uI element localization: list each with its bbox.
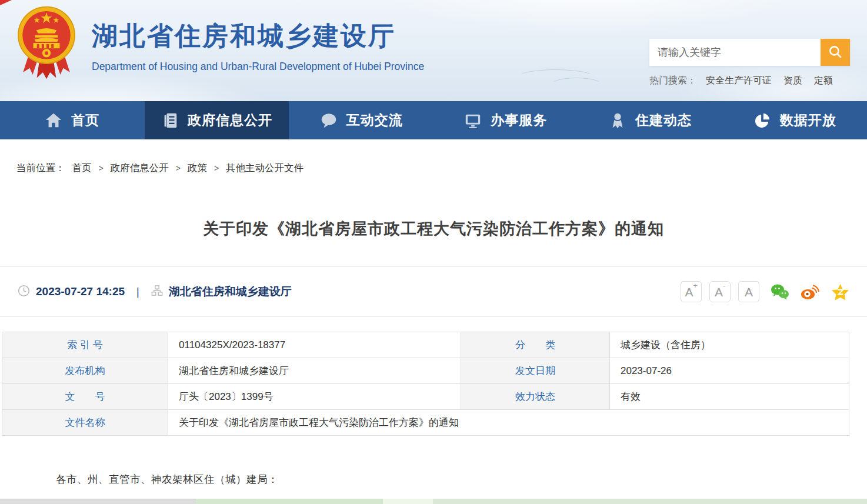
breadcrumb-item-info-disclosure[interactable]: 政府信息公开 [111, 162, 169, 175]
main-nav: 首页 政府信息公开 互动交流 办事服务 住建动态 [0, 101, 867, 139]
breadcrumb-separator: > [176, 163, 181, 173]
index-number-value: 01104325X/2023-18377 [168, 332, 461, 358]
publish-time: 2023-07-27 14:25 [36, 285, 125, 298]
nav-item-label: 政府信息公开 [188, 111, 272, 129]
meta-divider: | [136, 286, 139, 298]
divider [0, 316, 867, 317]
table-row: 文件名称 关于印发《湖北省房屋市政工程大气污染防治工作方案》的通知 [2, 410, 849, 436]
nav-item-interaction[interactable]: 互动交流 [289, 101, 434, 139]
person-badge-icon [609, 112, 626, 129]
publish-source: 湖北省住房和城乡建设厅 [169, 284, 292, 299]
highlight-strip [196, 499, 383, 504]
validity-status-value: 有效 [610, 384, 849, 410]
document-info-table: 索 引 号 01104325X/2023-18377 分 类 城乡建设（含住房）… [2, 332, 849, 436]
site-subtitle: Department of Housing and Urban-Rural De… [92, 61, 424, 73]
bottom-scroll-strip[interactable] [0, 499, 867, 504]
table-row: 发布机构 湖北省住房和城乡建设厅 发文日期 2023-07-26 [2, 358, 849, 384]
nav-item-label: 办事服务 [491, 111, 547, 129]
breadcrumb-label: 当前位置： [16, 162, 65, 175]
national-emblem-icon [16, 5, 76, 81]
breadcrumb-separator: > [99, 163, 104, 173]
wechat-icon[interactable] [771, 283, 789, 301]
search-input[interactable] [649, 39, 821, 66]
nav-item-label: 互动交流 [346, 111, 403, 129]
monitor-icon [464, 112, 482, 129]
hot-search: 热门搜索： 安全生产许可证 资质 定额 [649, 75, 850, 87]
issuing-agency-label: 发布机构 [2, 358, 168, 384]
nav-item-label: 数据开放 [780, 111, 836, 129]
search-icon [828, 44, 843, 61]
breadcrumb-separator: > [214, 163, 219, 173]
breadcrumb: 当前位置： 首页 > 政府信息公开 > 政策 > 其他主动公开文件 [16, 162, 867, 175]
nav-item-news[interactable]: 住建动态 [578, 101, 723, 139]
issue-date-label: 发文日期 [461, 358, 610, 384]
category-value: 城乡建设（含住房） [610, 332, 849, 358]
nav-item-services[interactable]: 办事服务 [434, 101, 578, 139]
search-button[interactable] [821, 39, 850, 66]
font-size-decrease-button[interactable]: A- [709, 281, 731, 302]
nav-item-open-data[interactable]: 数据开放 [722, 101, 867, 139]
organization-icon [151, 285, 163, 299]
table-row: 文 号 厅头〔2023〕1399号 效力状态 有效 [2, 384, 849, 410]
cloud-decoration [550, 78, 603, 93]
scrollbar-thumb[interactable] [0, 499, 196, 504]
nav-item-home[interactable]: 首页 [0, 101, 145, 139]
article: 关于印发《湖北省房屋市政工程大气污染防治工作方案》的通知 2023-07-27 … [0, 218, 867, 486]
nav-item-label: 住建动态 [635, 111, 692, 129]
doc-number-value: 厅头〔2023〕1399号 [168, 384, 461, 410]
breadcrumb-item-home[interactable]: 首页 [72, 162, 92, 175]
hot-search-link-quota[interactable]: 定额 [814, 75, 833, 87]
breadcrumb-item-policy[interactable]: 政策 [188, 162, 207, 175]
highlight-strip [383, 499, 433, 504]
search-area: 热门搜索： 安全生产许可证 资质 定额 [649, 39, 850, 87]
chat-bubble-icon [320, 112, 338, 129]
highlight-strip [433, 499, 867, 504]
qzone-icon[interactable] [831, 283, 849, 301]
nav-item-info-disclosure[interactable]: 政府信息公开 [145, 101, 289, 139]
pie-chart-icon [753, 112, 771, 129]
issuing-agency-value: 湖北省住房和城乡建设厅 [168, 358, 461, 384]
hot-search-link-qualification[interactable]: 资质 [783, 75, 802, 87]
hot-search-label: 热门搜索： [649, 75, 696, 87]
doc-title-label: 文件名称 [2, 410, 168, 436]
doc-title-value: 关于印发《湖北省房屋市政工程大气污染防治工作方案》的通知 [168, 410, 849, 436]
validity-status-label: 效力状态 [461, 384, 610, 410]
site-title: 湖北省住房和城乡建设厅 [92, 19, 424, 54]
article-body-text: 各市、州、直管市、神农架林区住（城）建局： [56, 472, 867, 486]
doc-number-label: 文 号 [2, 384, 168, 410]
font-size-reset-button[interactable]: A [738, 281, 759, 302]
breadcrumb-item-other-public-docs[interactable]: 其他主动公开文件 [226, 162, 304, 175]
weibo-icon[interactable] [801, 283, 819, 301]
article-meta-row: 2023-07-27 14:25 | 湖北省住房和城乡建设厅 A+ A- A [0, 267, 867, 316]
page: 湖北省住房和城乡建设厅 Department of Housing and Ur… [0, 0, 867, 504]
home-icon [45, 112, 62, 129]
index-number-label: 索 引 号 [2, 332, 168, 358]
hot-search-link-safety-license[interactable]: 安全生产许可证 [706, 75, 772, 87]
corner-artifact [0, 0, 12, 5]
brand: 湖北省住房和城乡建设厅 Department of Housing and Ur… [16, 5, 424, 81]
article-title: 关于印发《湖北省房屋市政工程大气污染防治工作方案》的通知 [35, 218, 832, 239]
category-label: 分 类 [461, 332, 610, 358]
site-header: 湖北省住房和城乡建设厅 Department of Housing and Ur… [0, 0, 867, 101]
document-icon [161, 112, 179, 129]
issue-date-value: 2023-07-26 [610, 358, 849, 384]
clock-icon [18, 285, 30, 299]
nav-item-label: 首页 [71, 111, 99, 129]
font-size-increase-button[interactable]: A+ [681, 281, 702, 302]
table-row: 索 引 号 01104325X/2023-18377 分 类 城乡建设（含住房） [2, 332, 849, 358]
